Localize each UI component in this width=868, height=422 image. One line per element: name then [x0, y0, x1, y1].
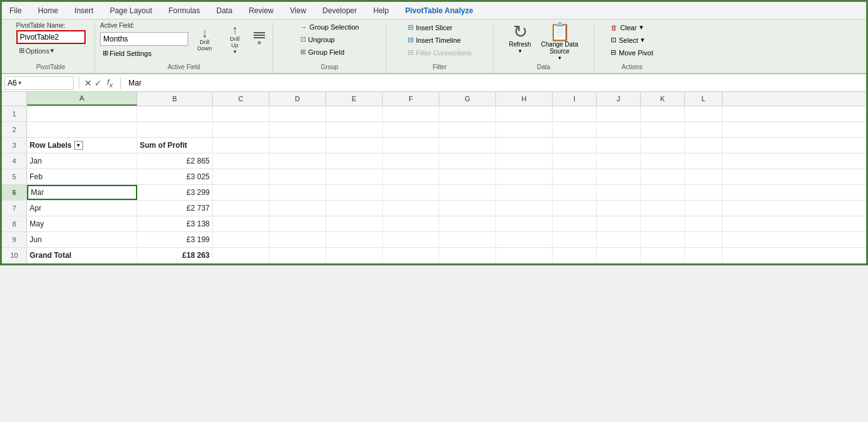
- cell-j1[interactable]: [597, 106, 641, 121]
- cell-g7[interactable]: [439, 201, 496, 216]
- cell-b8[interactable]: £3 138: [137, 216, 213, 231]
- cell-f7[interactable]: [383, 201, 439, 216]
- cell-d4[interactable]: [269, 153, 326, 169]
- col-header-d[interactable]: D: [269, 92, 326, 106]
- cell-k10[interactable]: [641, 248, 685, 263]
- cell-i4[interactable]: [553, 153, 597, 169]
- col-header-e[interactable]: E: [326, 92, 383, 106]
- cell-h2[interactable]: [496, 122, 553, 137]
- cell-a4[interactable]: Jan: [27, 153, 137, 169]
- cell-k9[interactable]: [641, 232, 685, 247]
- menu-developer[interactable]: Developer: [320, 5, 359, 16]
- cell-l5[interactable]: [685, 169, 723, 184]
- cell-g2[interactable]: [439, 122, 496, 137]
- cell-j8[interactable]: [597, 216, 641, 231]
- cell-g1[interactable]: [439, 106, 496, 121]
- cell-f5[interactable]: [383, 169, 439, 184]
- menu-file[interactable]: File: [7, 5, 24, 16]
- menu-view[interactable]: View: [288, 5, 309, 16]
- cell-l2[interactable]: [685, 122, 723, 137]
- cell-g4[interactable]: [439, 153, 496, 169]
- cell-j5[interactable]: [597, 169, 641, 184]
- cell-j9[interactable]: [597, 232, 641, 247]
- cell-b10[interactable]: £18 263: [137, 248, 213, 263]
- col-header-l[interactable]: L: [685, 92, 723, 106]
- cell-h10[interactable]: [496, 248, 553, 263]
- cell-k5[interactable]: [641, 169, 685, 184]
- cell-k3[interactable]: [641, 138, 685, 153]
- col-header-h[interactable]: H: [496, 92, 553, 106]
- cell-h1[interactable]: [496, 106, 553, 121]
- cell-h3[interactable]: [496, 138, 553, 153]
- cell-i6[interactable]: [553, 185, 597, 200]
- group-field-button[interactable]: ⊞ Group Field: [298, 47, 362, 57]
- clear-button[interactable]: 🗑 Clear ▾: [608, 22, 655, 33]
- filter-connections-button[interactable]: ⊟ Filter Connections: [405, 47, 475, 58]
- cell-a2[interactable]: [27, 122, 137, 137]
- cell-a10[interactable]: Grand Total: [27, 248, 137, 263]
- cell-l1[interactable]: [685, 106, 723, 121]
- cell-h4[interactable]: [496, 153, 553, 169]
- col-header-f[interactable]: F: [383, 92, 439, 106]
- cell-c8[interactable]: [213, 216, 269, 231]
- cell-c7[interactable]: [213, 201, 269, 216]
- cell-c10[interactable]: [213, 248, 269, 263]
- cell-b9[interactable]: £3 199: [137, 232, 213, 247]
- cell-f1[interactable]: [383, 106, 439, 121]
- cell-a8[interactable]: May: [27, 216, 137, 231]
- cell-e9[interactable]: [326, 232, 383, 247]
- insert-slicer-button[interactable]: ⊟ Insert Slicer: [405, 22, 475, 33]
- col-header-a[interactable]: A: [27, 92, 137, 106]
- cell-g6[interactable]: [439, 185, 496, 200]
- cell-i8[interactable]: [553, 216, 597, 231]
- move-pivot-button[interactable]: ⊟ Move Pivot: [608, 47, 655, 58]
- cell-c9[interactable]: [213, 232, 269, 247]
- cell-h7[interactable]: [496, 201, 553, 216]
- cell-k6[interactable]: [641, 185, 685, 200]
- cell-f4[interactable]: [383, 153, 439, 169]
- menu-formulas[interactable]: Formulas: [166, 5, 203, 16]
- cell-g5[interactable]: [439, 169, 496, 184]
- lines-button[interactable]: ≡: [251, 31, 268, 47]
- cell-i2[interactable]: [553, 122, 597, 137]
- cell-a7[interactable]: Apr: [27, 201, 137, 216]
- cell-l9[interactable]: [685, 232, 723, 247]
- cell-c5[interactable]: [213, 169, 269, 184]
- cell-i9[interactable]: [553, 232, 597, 247]
- cell-i5[interactable]: [553, 169, 597, 184]
- cell-b3[interactable]: Sum of Profit: [137, 138, 213, 153]
- cell-e8[interactable]: [326, 216, 383, 231]
- menu-page-layout[interactable]: Page Layout: [107, 5, 154, 16]
- menu-data[interactable]: Data: [214, 5, 235, 16]
- cell-a6[interactable]: Mar: [27, 185, 137, 200]
- menu-pivottable-analyze[interactable]: PivotTable Analyze: [403, 5, 476, 16]
- cell-l3[interactable]: [685, 138, 723, 153]
- col-header-i[interactable]: I: [553, 92, 597, 106]
- cell-i1[interactable]: [553, 106, 597, 121]
- cell-l8[interactable]: [685, 216, 723, 231]
- cell-j4[interactable]: [597, 153, 641, 169]
- drill-down-button[interactable]: ↓ Drill Down: [191, 25, 218, 53]
- cell-e7[interactable]: [326, 201, 383, 216]
- cell-c2[interactable]: [213, 122, 269, 137]
- cell-b6[interactable]: £3 299: [137, 185, 213, 200]
- drill-up-button[interactable]: ↑ Drill Up ▾: [221, 22, 249, 56]
- cell-e1[interactable]: [326, 106, 383, 121]
- cell-b4[interactable]: £2 865: [137, 153, 213, 169]
- cell-k7[interactable]: [641, 201, 685, 216]
- cell-d3[interactable]: [269, 138, 326, 153]
- cell-f3[interactable]: [383, 138, 439, 153]
- cell-h8[interactable]: [496, 216, 553, 231]
- col-header-b[interactable]: B: [137, 92, 213, 106]
- cell-d6[interactable]: [269, 185, 326, 200]
- cell-f8[interactable]: [383, 216, 439, 231]
- cell-k1[interactable]: [641, 106, 685, 121]
- menu-review[interactable]: Review: [246, 5, 276, 16]
- cell-g10[interactable]: [439, 248, 496, 263]
- cell-g8[interactable]: [439, 216, 496, 231]
- cell-l6[interactable]: [685, 185, 723, 200]
- formula-input[interactable]: [126, 77, 864, 89]
- cell-l10[interactable]: [685, 248, 723, 263]
- formula-confirm-button[interactable]: ✓: [94, 78, 102, 88]
- cell-a3-row-labels[interactable]: Row Labels ▾: [27, 138, 137, 153]
